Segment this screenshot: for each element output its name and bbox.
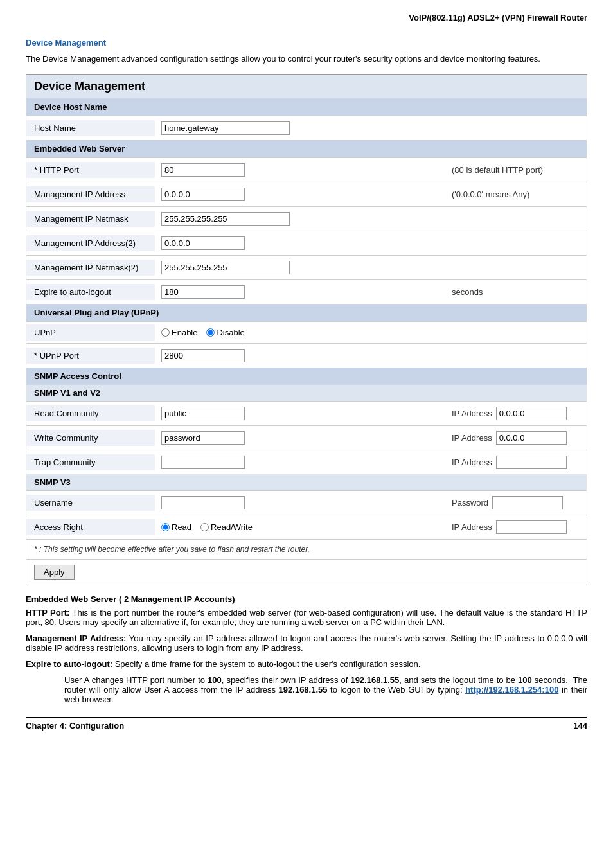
mgmt-netmask-input[interactable] [161, 212, 290, 226]
trap-community-ip-input[interactable] [496, 456, 567, 469]
access-right-row: Access Right Read Read/Write IP Address [26, 515, 587, 539]
upnp-disable-label[interactable]: Disable [206, 328, 244, 337]
write-community-input[interactable] [161, 431, 245, 445]
write-community-row: Write Community IP Address [26, 425, 587, 450]
mgmt-netmask2-row: Management IP Netmask(2) [26, 255, 587, 279]
mgmt-ip-extra: ('0.0.0.0' means Any) [445, 187, 587, 202]
read-community-input[interactable] [161, 407, 245, 420]
access-right-read-label[interactable]: Read [161, 522, 191, 532]
access-right-ip-area: IP Address [445, 518, 587, 536]
mgmt-ip-row: Management IP Address ('0.0.0.0' means A… [26, 182, 587, 206]
embedded-web-server-header: Embedded Web Server [26, 140, 587, 157]
upnp-header: Universal Plug and Play (UPnP) [26, 304, 587, 321]
upnp-port-label: * UPnP Port [26, 348, 155, 364]
http-port-value [155, 161, 445, 179]
access-right-read-radio[interactable] [161, 523, 170, 531]
host-name-input[interactable] [161, 121, 290, 135]
access-right-readwrite-label[interactable]: Read/Write [200, 522, 253, 532]
upnp-port-input[interactable] [161, 349, 245, 362]
mgmt-ip2-input[interactable] [161, 236, 245, 250]
write-community-ip-label: IP Address [452, 433, 492, 443]
host-name-label: Host Name [26, 120, 155, 136]
example-para: User A changes HTTP port number to 100, … [26, 675, 587, 704]
upnp-enable-label[interactable]: Enable [161, 328, 197, 337]
access-right-value: Read Read/Write [155, 520, 445, 535]
intro-text: The Device Management advanced configura… [26, 54, 587, 64]
trap-community-input[interactable] [161, 456, 245, 469]
expire-extra: seconds [445, 285, 587, 299]
trap-community-ip-label: IP Address [452, 457, 492, 467]
header-title: VoIP/(802.11g) ADSL2+ (VPN) Firewall Rou… [409, 13, 587, 22]
password-label: Password [452, 498, 488, 508]
access-right-ip-label: IP Address [452, 522, 492, 532]
upnp-port-extra [445, 353, 587, 359]
mgmt-ip-bold: Management IP Address: [26, 633, 126, 643]
bottom-section-title: Embedded Web Server ( 2 Management IP Ac… [26, 594, 587, 604]
apply-row: Apply [26, 559, 587, 585]
snmp-v3-header: SNMP V3 [26, 474, 587, 490]
http-port-para: HTTP Port: This is the port number the r… [26, 608, 587, 627]
section-title: Device Management [26, 38, 587, 48]
upnp-row: UPnP Enable Disable [26, 321, 587, 343]
trap-community-value [155, 453, 445, 472]
footer-right: 144 [573, 721, 587, 731]
read-community-label: Read Community [26, 405, 155, 421]
mgmt-ip2-row: Management IP Address(2) [26, 231, 587, 255]
mgmt-netmask-row: Management IP Netmask [26, 206, 587, 231]
mgmt-netmask-extra [445, 217, 587, 222]
note-row: * : This setting will become effective a… [26, 539, 587, 559]
expire-row: Expire to auto-logout seconds [26, 279, 587, 304]
expire-input[interactable] [161, 285, 245, 299]
upnp-disable-radio[interactable] [206, 328, 215, 337]
http-port-label: * HTTP Port [26, 162, 155, 178]
http-port-bold: HTTP Port: [26, 608, 69, 617]
example-link[interactable]: http://192.168.1.254:100 [465, 685, 558, 695]
access-right-label: Access Right [26, 519, 155, 535]
upnp-port-value [155, 346, 445, 365]
host-name-row: Host Name [26, 116, 587, 140]
mgmt-netmask2-extra [445, 265, 587, 270]
read-community-ip-input[interactable] [496, 407, 567, 420]
mgmt-ip2-extra [445, 241, 587, 246]
upnp-port-row: * UPnP Port [26, 343, 587, 368]
trap-community-ip-area: IP Address [445, 453, 587, 472]
host-name-value [155, 119, 445, 137]
snmp-v1v2-header: SNMP V1 and V2 [26, 385, 587, 401]
top-header: VoIP/(802.11g) ADSL2+ (VPN) Firewall Rou… [26, 13, 587, 25]
trap-community-row: Trap Community IP Address [26, 450, 587, 474]
device-panel: Device Management Device Host Name Host … [26, 74, 587, 585]
upnp-label: UPnP [26, 324, 155, 341]
bottom-content: Embedded Web Server ( 2 Management IP Ac… [26, 594, 587, 704]
expire-label: Expire to auto-logout [26, 284, 155, 300]
write-community-ip-area: IP Address [445, 429, 587, 447]
snmp-access-header: SNMP Access Control [26, 368, 587, 385]
upnp-radio-group: Enable Disable [155, 325, 445, 340]
write-community-value [155, 429, 445, 447]
apply-button[interactable]: Apply [34, 565, 75, 580]
access-right-ip-input[interactable] [496, 520, 567, 534]
mgmt-netmask2-input[interactable] [161, 261, 290, 274]
http-port-row: * HTTP Port (80 is default HTTP port) [26, 157, 587, 182]
write-community-label: Write Community [26, 430, 155, 446]
password-input[interactable] [492, 496, 563, 509]
mgmt-ip-label: Management IP Address [26, 186, 155, 202]
read-community-ip-label: IP Address [452, 409, 492, 418]
panel-title-row: Device Management [26, 75, 587, 98]
mgmt-netmask-value [155, 209, 445, 228]
http-port-input[interactable] [161, 163, 245, 177]
username-row: Username Password [26, 490, 587, 515]
mgmt-ip-input[interactable] [161, 188, 245, 201]
trap-community-label: Trap Community [26, 454, 155, 470]
access-right-readwrite-radio[interactable] [200, 523, 209, 531]
expire-bold: Expire to auto-logout: [26, 659, 112, 669]
mgmt-netmask-label: Management IP Netmask [26, 211, 155, 227]
username-input[interactable] [161, 496, 245, 509]
upnp-enable-radio[interactable] [161, 328, 170, 337]
read-community-ip-area: IP Address [445, 404, 587, 423]
username-label: Username [26, 495, 155, 511]
page-footer: Chapter 4: Configuration 144 [26, 717, 587, 731]
write-community-ip-input[interactable] [496, 431, 567, 445]
expire-value [155, 283, 445, 301]
footer-left: Chapter 4: Configuration [26, 721, 124, 731]
host-name-extra [445, 126, 587, 131]
